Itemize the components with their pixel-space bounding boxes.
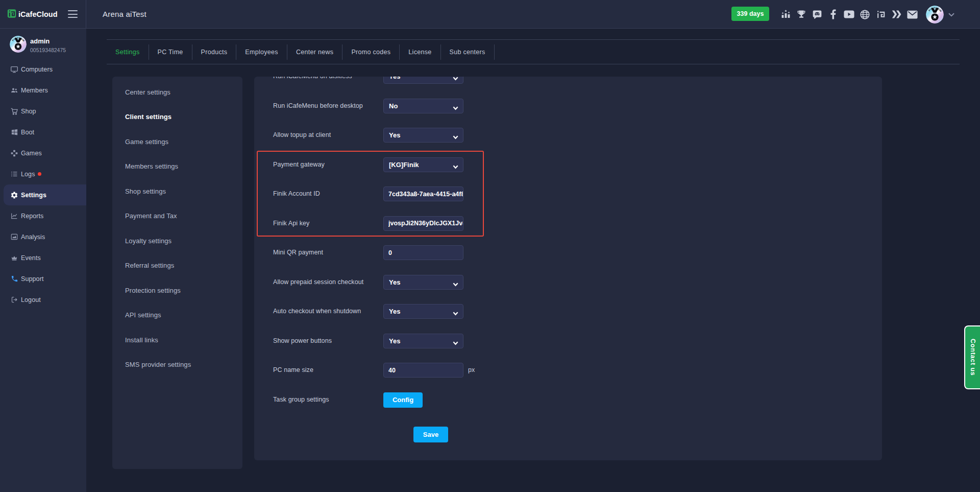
input-suffix: px bbox=[468, 363, 475, 378]
sidebar-toggle-icon[interactable] bbox=[68, 9, 78, 19]
hamburger-bar bbox=[68, 14, 78, 15]
form-row-payment-gateway: Payment gateway[KG]Finik bbox=[254, 157, 882, 172]
settings-nav-referral-settings[interactable]: Referral settings bbox=[112, 258, 242, 273]
sidebar-item-label: Shop bbox=[21, 108, 36, 115]
settings-nav-shop-settings[interactable]: Shop settings bbox=[112, 184, 242, 199]
chart-area-icon bbox=[10, 233, 18, 241]
chevron-down-icon bbox=[453, 104, 458, 113]
sidebar-item-shop[interactable]: Shop bbox=[0, 101, 86, 122]
sidebar-item-events[interactable]: Events bbox=[0, 247, 86, 268]
sidebar-item-label: Members bbox=[21, 87, 48, 94]
i2-mark-icon[interactable] bbox=[875, 9, 886, 20]
sidebar-item-label: Computers bbox=[21, 66, 53, 73]
select-auto-checkout-when-shutdown[interactable]: Yes bbox=[383, 304, 463, 319]
logo-zone: iCafeCloud bbox=[0, 0, 86, 29]
tab-products[interactable]: Products bbox=[192, 40, 236, 64]
ranking-icon[interactable] bbox=[780, 9, 791, 20]
settings-nav-protection-settings[interactable]: Protection settings bbox=[112, 283, 242, 298]
tab-settings[interactable]: Settings bbox=[107, 40, 149, 64]
sidebar-item-games[interactable]: Games bbox=[0, 143, 86, 163]
select-show-power-buttons[interactable]: Yes bbox=[383, 334, 463, 348]
user-id: 005193482475 bbox=[30, 47, 66, 53]
chevron-down-icon bbox=[453, 77, 458, 83]
globe-icon[interactable] bbox=[859, 9, 870, 20]
user-menu[interactable]: PLATINUM bbox=[926, 0, 954, 29]
settings-nav-install-links[interactable]: Install links bbox=[112, 333, 242, 348]
form-row-task-group-settings: Task group settingsConfig bbox=[254, 392, 882, 407]
crown-icon bbox=[10, 254, 18, 262]
save-button[interactable]: Save bbox=[413, 427, 448, 442]
double-chevron-icon[interactable] bbox=[891, 9, 902, 20]
form-row-mini-qr-payment: Mini QR payment bbox=[254, 245, 882, 260]
sidebar-item-label: Support bbox=[21, 275, 43, 283]
form-row-finik-account-id: Finik Account ID bbox=[254, 186, 882, 201]
select-value: Yes bbox=[389, 308, 400, 315]
license-days-badge[interactable]: 339 days bbox=[731, 7, 769, 21]
select-allow-topup-at-client[interactable]: Yes bbox=[383, 128, 463, 143]
input-pc-name-size[interactable] bbox=[383, 363, 463, 378]
sidebar-menu: ComputersMembersShopBootGamesLogsSetting… bbox=[0, 59, 86, 310]
select-run-icafemenu-on-diskless[interactable]: Yes bbox=[383, 77, 463, 84]
user-avatar: PLATINUM bbox=[926, 6, 944, 24]
settings-nav-loyalty-settings[interactable]: Loyalty settings bbox=[112, 233, 242, 249]
sidebar-item-label: Games bbox=[21, 150, 42, 157]
tab-center-news[interactable]: Center news bbox=[287, 40, 342, 64]
sidebar-item-logout[interactable]: Logout bbox=[0, 289, 86, 310]
tab-license[interactable]: License bbox=[400, 40, 440, 64]
select-value: [KG]Finik bbox=[389, 161, 419, 169]
form-row-allow-topup-at-client: Allow topup at clientYes bbox=[254, 128, 882, 143]
sidebar-item-reports[interactable]: Reports bbox=[0, 205, 86, 226]
facebook-icon[interactable] bbox=[827, 9, 839, 20]
sidebar-item-logs[interactable]: Logs bbox=[0, 163, 86, 184]
sidebar-item-label: Settings bbox=[21, 192, 46, 199]
sidebar-item-members[interactable]: Members bbox=[0, 80, 86, 101]
trophy-icon[interactable] bbox=[796, 9, 807, 20]
settings-nav-sms-provider-settings[interactable]: SMS provider settings bbox=[112, 357, 242, 372]
sidebar-item-computers[interactable]: Computers bbox=[0, 59, 86, 80]
settings-nav-game-settings[interactable]: Game settings bbox=[112, 134, 242, 150]
sidebar-item-label: Reports bbox=[21, 213, 43, 220]
tab-sub-centers[interactable]: Sub centers bbox=[441, 40, 494, 64]
form-row-auto-checkout-when-shutdown: Auto checkout when shutdownYes bbox=[254, 304, 882, 319]
settings-nav-payment-and-tax[interactable]: Payment and Tax bbox=[112, 208, 242, 224]
select-allow-prepaid-session-checkout[interactable]: Yes bbox=[383, 275, 463, 290]
settings-nav-client-settings[interactable]: Client settings bbox=[112, 109, 242, 125]
mail-icon[interactable] bbox=[906, 9, 918, 20]
form-label: Finik Api key bbox=[273, 216, 309, 231]
hamburger-bar bbox=[68, 17, 78, 18]
input-mini-qr-payment[interactable] bbox=[383, 245, 463, 260]
form-label: Allow prepaid session checkout bbox=[273, 275, 363, 290]
tab-employees[interactable]: Employees bbox=[236, 40, 287, 64]
form-label: Mini QR payment bbox=[273, 245, 323, 260]
settings-nav-api-settings[interactable]: API settings bbox=[112, 308, 242, 323]
hamburger-bar bbox=[68, 10, 78, 11]
sidebar-item-label: Logout bbox=[21, 296, 41, 303]
tab-promo-codes[interactable]: Promo codes bbox=[342, 40, 399, 64]
phone-icon bbox=[10, 275, 18, 283]
sidebar-item-settings[interactable]: Settings bbox=[4, 184, 86, 205]
chevron-down-icon bbox=[453, 162, 458, 172]
input-finik-api-key[interactable] bbox=[383, 216, 463, 231]
select-run-icafemenu-before-desktop[interactable]: No bbox=[383, 99, 463, 113]
select-value: Yes bbox=[389, 131, 400, 139]
select-payment-gateway[interactable]: [KG]Finik bbox=[383, 157, 463, 172]
youtube-icon[interactable] bbox=[843, 9, 854, 20]
sidebar-item-boot[interactable]: Boot bbox=[0, 122, 86, 143]
discord-icon[interactable] bbox=[812, 9, 823, 20]
sidebar-item-support[interactable]: Support bbox=[0, 268, 86, 289]
contact-us-button[interactable]: Contact us bbox=[964, 325, 980, 389]
form-label: Auto checkout when shutdown bbox=[273, 304, 361, 319]
settings-nav-center-settings[interactable]: Center settings bbox=[112, 85, 242, 100]
config-button[interactable]: Config bbox=[383, 392, 423, 408]
form-label: Payment gateway bbox=[273, 157, 325, 172]
sidebar-item-analysis[interactable]: Analysis bbox=[0, 226, 86, 247]
tab-pc-time[interactable]: PC Time bbox=[149, 40, 192, 64]
tab-divider bbox=[494, 44, 495, 60]
input-finik-account-id[interactable] bbox=[383, 186, 463, 201]
gear-icon bbox=[10, 191, 18, 199]
form-row-allow-prepaid-session-checkout: Allow prepaid session checkoutYes bbox=[254, 275, 882, 290]
sidebar-item-label: Boot bbox=[21, 129, 34, 136]
brand-logo[interactable]: iCafeCloud bbox=[7, 9, 58, 20]
chevron-down-icon bbox=[453, 339, 458, 348]
settings-nav-members-settings[interactable]: Members settings bbox=[112, 159, 242, 174]
